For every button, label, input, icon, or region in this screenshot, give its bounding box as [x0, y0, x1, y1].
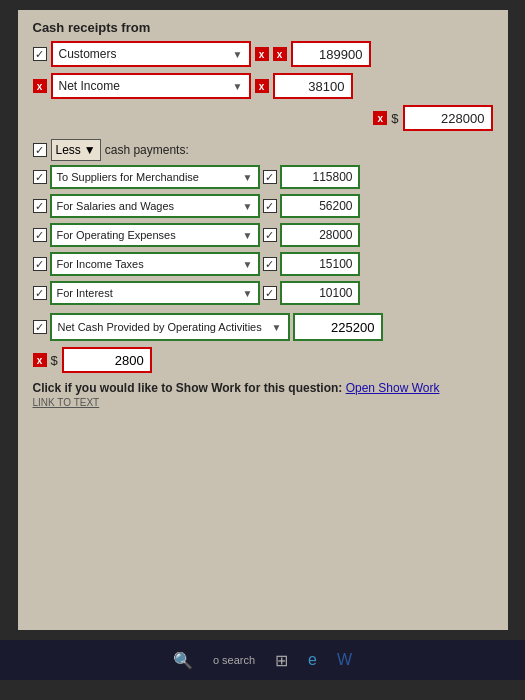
customers-checkbox[interactable] [33, 47, 47, 61]
payment-1-dropdown[interactable]: For Salaries and Wages ▼ [50, 194, 260, 218]
less-arrow-icon: ▼ [84, 143, 96, 157]
click-text: Click if you would like to Show Work for… [33, 381, 343, 395]
net-income-x-badge[interactable]: x [33, 79, 47, 93]
payment-2-arrow-icon: ▼ [243, 230, 253, 241]
word-icon[interactable]: W [337, 651, 352, 669]
search-icon[interactable]: 🔍 [173, 651, 193, 670]
payment-3-value[interactable]: 15100 [280, 252, 360, 276]
cash-payments-label: cash payments: [105, 143, 189, 157]
payment-0-checkbox[interactable] [33, 170, 47, 184]
edge-icon[interactable]: e [308, 651, 317, 669]
customers-arrow-icon: ▼ [233, 49, 243, 60]
payment-1-arrow-icon: ▼ [243, 201, 253, 212]
payment-3-arrow-icon: ▼ [243, 259, 253, 270]
subtotal-value[interactable]: 228000 [403, 105, 493, 131]
section-title: Cash receipts from [33, 20, 493, 35]
open-show-work-link[interactable]: Open Show Work [346, 381, 440, 395]
net-cash-value[interactable]: 225200 [293, 313, 383, 341]
customers-value[interactable]: 189900 [291, 41, 371, 67]
show-work-x-badge[interactable]: x [33, 353, 47, 367]
payment-1-value[interactable]: 56200 [280, 194, 360, 218]
link-to-text[interactable]: LINK TO TEXT [33, 397, 493, 408]
net-income-arrow-icon: ▼ [233, 81, 243, 92]
customers-dropdown[interactable]: Customers ▼ [51, 41, 251, 67]
payment-row-3: For Income Taxes ▼ 15100 [33, 252, 493, 276]
payment-4-value-checkbox[interactable] [263, 286, 277, 300]
payment-row-1: For Salaries and Wages ▼ 56200 [33, 194, 493, 218]
net-income-value[interactable]: 38100 [273, 73, 353, 99]
net-cash-arrow-icon: ▼ [272, 322, 282, 333]
show-work-value[interactable]: 2800 [62, 347, 152, 373]
show-work-dollar: $ [51, 353, 58, 368]
net-cash-dropdown[interactable]: Net Cash Provided by Operating Activitie… [50, 313, 290, 341]
payment-row-2: For Operating Expenses ▼ 28000 [33, 223, 493, 247]
less-label: Less [56, 143, 81, 157]
payment-2-checkbox[interactable] [33, 228, 47, 242]
customers-value-x-badge[interactable]: x [273, 47, 287, 61]
subtotal-x-badge[interactable]: x [373, 111, 387, 125]
payment-3-value-checkbox[interactable] [263, 257, 277, 271]
net-income-dropdown[interactable]: Net Income ▼ [51, 73, 251, 99]
payment-4-value[interactable]: 10100 [280, 281, 360, 305]
payment-3-checkbox[interactable] [33, 257, 47, 271]
payment-0-dropdown[interactable]: To Suppliers for Merchandise ▼ [50, 165, 260, 189]
payment-2-value[interactable]: 28000 [280, 223, 360, 247]
subtotal-row: x $ 228000 [33, 105, 493, 131]
payment-3-label: For Income Taxes [57, 258, 144, 270]
search-label: o search [213, 654, 255, 666]
payment-0-value[interactable]: 115800 [280, 165, 360, 189]
payment-0-label: To Suppliers for Merchandise [57, 171, 199, 183]
payment-row-0: To Suppliers for Merchandise ▼ 115800 [33, 165, 493, 189]
net-income-row: x Net Income ▼ x 38100 [33, 73, 493, 99]
net-cash-checkbox[interactable] [33, 320, 47, 334]
payment-4-label: For Interest [57, 287, 113, 299]
subtotal-dollar: $ [391, 111, 398, 126]
net-cash-row: Net Cash Provided by Operating Activitie… [33, 313, 493, 341]
net-income-label: Net Income [59, 79, 120, 93]
click-section: Click if you would like to Show Work for… [33, 381, 493, 395]
payment-2-value-checkbox[interactable] [263, 228, 277, 242]
payment-4-dropdown[interactable]: For Interest ▼ [50, 281, 260, 305]
windows-icon[interactable]: ⊞ [275, 651, 288, 670]
customers-row: Customers ▼ x x 189900 [33, 41, 493, 67]
payment-2-label: For Operating Expenses [57, 229, 176, 241]
payment-2-dropdown[interactable]: For Operating Expenses ▼ [50, 223, 260, 247]
customers-label: Customers [59, 47, 117, 61]
net-income-value-x-badge[interactable]: x [255, 79, 269, 93]
less-section-header: Less ▼ cash payments: [33, 139, 493, 161]
payment-4-checkbox[interactable] [33, 286, 47, 300]
payment-1-checkbox[interactable] [33, 199, 47, 213]
net-cash-label: Net Cash Provided by Operating Activitie… [58, 321, 262, 333]
payment-3-dropdown[interactable]: For Income Taxes ▼ [50, 252, 260, 276]
less-dropdown[interactable]: Less ▼ [51, 139, 101, 161]
less-checkbox[interactable] [33, 143, 47, 157]
customers-x-badge[interactable]: x [255, 47, 269, 61]
payment-1-value-checkbox[interactable] [263, 199, 277, 213]
payment-row-4: For Interest ▼ 10100 [33, 281, 493, 305]
payment-4-arrow-icon: ▼ [243, 288, 253, 299]
payment-0-arrow-icon: ▼ [243, 172, 253, 183]
taskbar: 🔍 o search ⊞ e W [0, 640, 525, 680]
payment-1-label: For Salaries and Wages [57, 200, 175, 212]
payment-0-value-checkbox[interactable] [263, 170, 277, 184]
show-work-row: x $ 2800 [33, 347, 493, 373]
